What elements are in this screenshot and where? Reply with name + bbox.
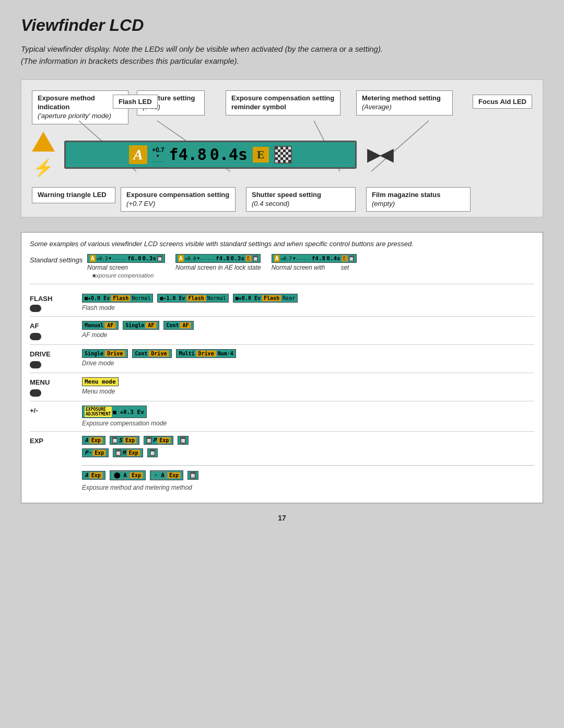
label-exp-comp: Exposure compensation setting reminder s… xyxy=(226,90,340,115)
menu-row: MENU Menu mode Menu mode xyxy=(30,373,534,401)
af-desc: AF mode xyxy=(82,331,534,339)
focus-aid-led-label: Focus Aid LED xyxy=(473,95,532,109)
svg-rect-34 xyxy=(288,157,291,160)
svg-rect-37 xyxy=(280,160,283,163)
svg-rect-5 xyxy=(275,147,278,149)
std-normal-screen: A +0.3 ▼...... f6.8 0.3s ▩ Normal screen… xyxy=(87,254,165,279)
svg-rect-11 xyxy=(275,149,278,152)
svg-rect-9 xyxy=(286,147,288,149)
exp-label: EXP xyxy=(30,436,77,445)
flash-row: FLASH ■+0.0 Ev Flash Normal ■-1.0 Ev Fla… xyxy=(30,290,534,317)
standard-settings-label: Standard settings xyxy=(30,254,87,264)
exp-screens-3: A Exp ⬤ A Exp · A Exp ▩ xyxy=(82,470,534,480)
standard-settings-row: Standard settings A +0.3 ▼...... f6.8 0.… xyxy=(30,254,534,284)
svg-rect-20 xyxy=(283,152,286,155)
svg-rect-30 xyxy=(278,157,280,160)
label-shutter-speed: Shutter speed setting (0.4 second) xyxy=(246,187,356,212)
plusminus-content: EXPOSUREADJUSTMENT ■ +0.3 Ev Exposure co… xyxy=(82,406,534,427)
drive-icon xyxy=(30,361,41,368)
af-content: Manual AF Single AF Cont AF AF mode xyxy=(82,321,534,339)
diagram-section: Exposure method indication ('aperture pr… xyxy=(21,79,543,217)
menu-desc: Menu mode xyxy=(82,388,534,395)
svg-rect-16 xyxy=(288,149,291,152)
svg-rect-8 xyxy=(283,147,286,149)
svg-rect-12 xyxy=(278,149,280,152)
svg-rect-36 xyxy=(278,160,280,163)
af-label: AF xyxy=(30,321,77,340)
svg-rect-17 xyxy=(275,152,278,155)
focus-aid-led: ▶◀ xyxy=(367,145,393,165)
svg-rect-32 xyxy=(283,157,286,160)
lcd-exp-lock: E xyxy=(253,147,269,163)
af-row: AF Manual AF Single AF Cont AF AF mode xyxy=(30,317,534,345)
lcd-aperture: f4.8 xyxy=(169,145,207,164)
svg-rect-6 xyxy=(278,147,280,149)
flash-led: ⚡ xyxy=(33,158,54,178)
menu-screens: Menu mode xyxy=(82,377,534,386)
standard-screens: A +0.3 ▼...... f6.8 0.3s ▩ Normal screen… xyxy=(87,254,357,279)
af-icon xyxy=(30,333,41,340)
menu-icon xyxy=(30,389,41,397)
svg-rect-13 xyxy=(280,149,283,152)
exp-screens-1: A Exp ▩ S Exp ▩ P Exp ▩ xyxy=(82,436,534,445)
svg-rect-14 xyxy=(283,149,286,152)
af-screens: Manual AF Single AF Cont AF xyxy=(82,321,534,330)
label-exp-setting: Exposure compensation setting (+0.7 EV) xyxy=(121,187,236,212)
page-number: 17 xyxy=(21,514,543,522)
label-metering: Metering method setting (Average) xyxy=(356,90,453,115)
drive-screens: Single Drive Cont Drive Multi Drive Num·… xyxy=(82,349,534,358)
label-film-status: Film magazine status (empty) xyxy=(366,187,471,212)
svg-rect-19 xyxy=(280,152,283,155)
lcd-metering-icon xyxy=(274,146,292,164)
plusminus-row: +/- EXPOSUREADJUSTMENT ■ +0.3 Ev Exposur… xyxy=(30,401,534,432)
lcd-mode: A xyxy=(129,145,147,164)
svg-rect-31 xyxy=(280,157,283,160)
std-normal-set-screen: A +0.7 ▼...... f4.8 0.4s E ▩ Normal scre… xyxy=(272,254,357,279)
svg-rect-39 xyxy=(286,160,288,163)
svg-rect-29 xyxy=(275,157,278,160)
label-warning-bottom: Warning triangle LED xyxy=(32,187,115,203)
lcd-display: A +0.7 ▼ ........ f4.8 0.4s E xyxy=(64,141,357,169)
menu-label: MENU xyxy=(30,377,77,397)
svg-rect-40 xyxy=(288,160,291,163)
exp-content: A Exp ▩ S Exp ▩ P Exp ▩ xyxy=(82,436,534,491)
svg-rect-35 xyxy=(275,160,278,163)
plusminus-desc: Exposure compensation mode xyxy=(82,420,534,427)
svg-rect-23 xyxy=(275,155,278,157)
svg-rect-24 xyxy=(278,155,280,157)
svg-rect-18 xyxy=(278,152,280,155)
examples-section: Some examples of various viewfinder LCD … xyxy=(21,232,543,503)
flash-content: ■+0.0 Ev Flash Normal ■-1.0 Ev Flash Nor… xyxy=(82,294,534,311)
flash-desc: Flash mode xyxy=(82,304,534,311)
lcd-comp-indicator: +0.7 ▼ ........ xyxy=(152,146,164,163)
exp-row: EXP A Exp ▩ S Exp ▩ P Exp xyxy=(30,432,534,495)
drive-row: DRIVE Single Drive Cont Drive Multi Driv… xyxy=(30,345,534,373)
warning-triangle-led xyxy=(32,132,55,152)
svg-rect-33 xyxy=(286,157,288,160)
svg-rect-38 xyxy=(283,160,286,163)
page-title: Viewfinder LCD xyxy=(21,16,543,35)
drive-desc: Drive mode xyxy=(82,360,534,367)
drive-content: Single Drive Cont Drive Multi Drive Num·… xyxy=(82,349,534,367)
svg-rect-22 xyxy=(288,152,291,155)
plusminus-label: +/- xyxy=(30,406,77,414)
intro-text: Typical viewfinder display. Note the LED… xyxy=(21,43,449,67)
exp-desc: Exposure method and metering method xyxy=(82,484,534,491)
plusminus-screens: EXPOSUREADJUSTMENT ■ +0.3 Ev xyxy=(82,406,534,418)
svg-rect-27 xyxy=(286,155,288,157)
std-ae-lock-screen: A +0.0 ▼...... f4.8 0.3s E ▩ Normal scre… xyxy=(175,254,261,279)
flash-screens: ■+0.0 Ev Flash Normal ■-1.0 Ev Flash Nor… xyxy=(82,294,534,303)
svg-rect-26 xyxy=(283,155,286,157)
menu-content: Menu mode Menu mode xyxy=(82,377,534,395)
flash-label: FLASH xyxy=(30,294,77,312)
svg-rect-25 xyxy=(280,155,283,157)
svg-rect-7 xyxy=(280,147,283,149)
svg-rect-10 xyxy=(288,147,291,149)
examples-header: Some examples of various viewfinder LCD … xyxy=(30,240,534,248)
svg-rect-15 xyxy=(286,149,288,152)
svg-rect-28 xyxy=(288,155,291,157)
flash-led-label: Flash LED xyxy=(113,95,158,109)
svg-rect-21 xyxy=(286,152,288,155)
drive-label: DRIVE xyxy=(30,349,77,368)
flash-icon xyxy=(30,305,41,312)
